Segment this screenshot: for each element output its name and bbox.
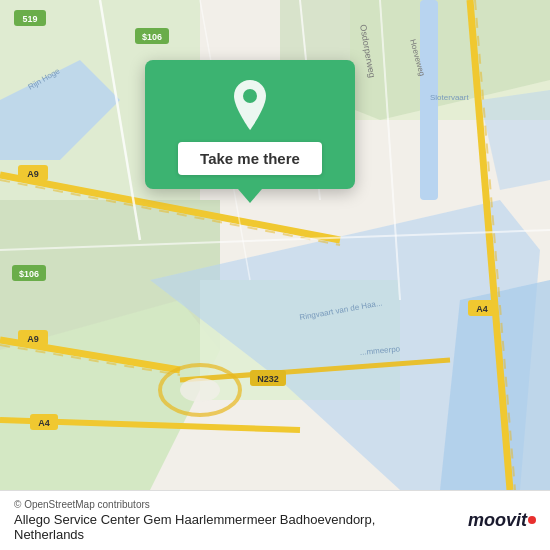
svg-text:$106: $106 [142,32,162,42]
map-view: A9 A9 A4 A4 $106 $106 N232 519 [0,0,550,490]
svg-text:Slotervaart: Slotervaart [430,93,469,102]
moovit-logo: moovit [468,510,536,531]
svg-text:A4: A4 [38,418,50,428]
moovit-brand-text: moovit [468,510,527,531]
info-bar: © OpenStreetMap contributors Allego Serv… [0,490,550,550]
map-popup: Take me there [145,60,355,189]
info-left: © OpenStreetMap contributors Allego Serv… [14,499,414,542]
svg-text:519: 519 [22,14,37,24]
svg-point-49 [243,89,257,103]
location-name: Allego Service Center Gem Haarlemmermeer… [14,512,414,542]
svg-point-42 [180,378,220,402]
svg-text:A4: A4 [476,304,488,314]
svg-text:A9: A9 [27,334,39,344]
svg-text:A9: A9 [27,169,39,179]
moovit-dot-icon [528,516,536,524]
svg-text:N232: N232 [257,374,279,384]
osm-credit: © OpenStreetMap contributors [14,499,414,510]
take-me-there-button[interactable]: Take me there [178,142,322,175]
location-pin-icon [228,78,272,132]
svg-text:$106: $106 [19,269,39,279]
